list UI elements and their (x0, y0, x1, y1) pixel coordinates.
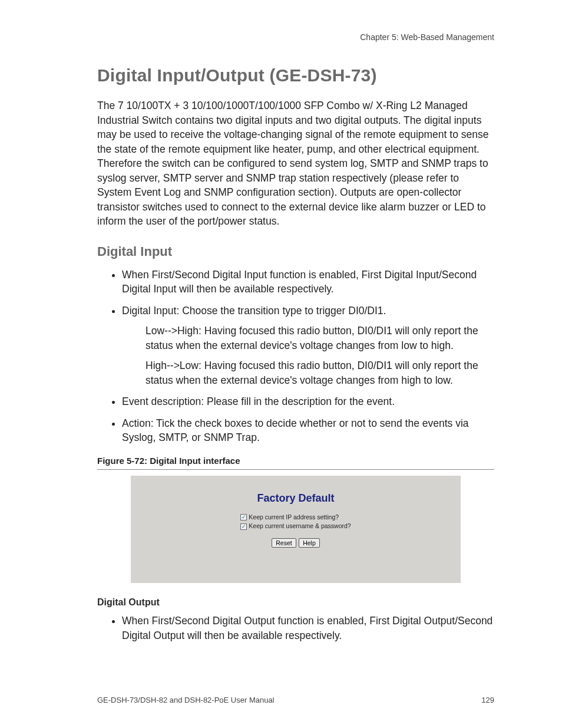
digital-input-heading: Digital Input (97, 244, 494, 259)
list-item: When First/Second Digital Input function… (122, 268, 494, 297)
section-title: Digital Input/Output (GE-DSH-73) (97, 65, 494, 85)
list-item-text: Digital Input: Choose the transition typ… (122, 305, 386, 317)
help-button[interactable]: Help (299, 538, 320, 548)
digital-output-list: When First/Second Digital Output functio… (97, 614, 494, 643)
figure-factory-default: Factory Default ✓ Keep current IP addres… (131, 476, 461, 584)
list-item: When First/Second Digital Output functio… (122, 614, 494, 643)
checkbox-label: Keep current username & password? (249, 522, 351, 531)
figure-caption: Figure 5-72: Digital Input interface (97, 456, 494, 466)
intro-paragraph: The 7 10/100TX + 3 10/100/1000T/100/1000… (97, 98, 494, 229)
factory-default-title: Factory Default (143, 492, 449, 505)
checkbox-label: Keep current IP address setting? (249, 513, 339, 522)
digital-output-heading: Digital Output (97, 597, 494, 608)
list-item: Digital Input: Choose the transition typ… (122, 304, 494, 388)
page-footer: GE-DSH-73/DSH-82 and DSH-82-PoE User Man… (97, 696, 494, 704)
reset-button[interactable]: Reset (272, 538, 296, 548)
footer-manual-title: GE-DSH-73/DSH-82 and DSH-82-PoE User Man… (97, 696, 275, 704)
sub-paragraph: High-->Low: Having focused this radio bu… (146, 358, 494, 387)
sub-paragraph: Low-->High: Having focused this radio bu… (146, 324, 494, 353)
checkbox-keep-ip[interactable]: ✓ (240, 514, 247, 521)
chapter-line: Chapter 5: Web-Based Management (97, 32, 494, 42)
footer-page-number: 129 (481, 696, 494, 704)
list-item: Action: Tick the check boxes to decide w… (122, 416, 494, 445)
list-item: Event description: Please fill in the de… (122, 394, 494, 409)
digital-input-list: When First/Second Digital Input function… (97, 268, 494, 445)
checkbox-keep-credentials[interactable]: ✓ (240, 523, 247, 530)
figure-rule (97, 469, 494, 470)
